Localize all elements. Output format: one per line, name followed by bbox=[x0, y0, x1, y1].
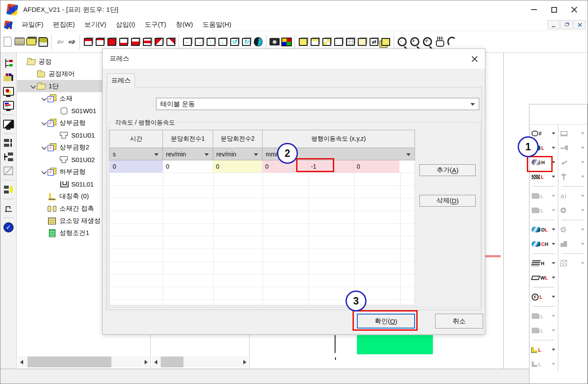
chevron-down-icon[interactable] bbox=[29, 84, 37, 88]
tool-disabled-l3-button[interactable]: L bbox=[529, 309, 558, 323]
tool-gear-button[interactable] bbox=[558, 222, 587, 237]
mesh-quad-icon[interactable] bbox=[321, 35, 332, 49]
rotate-view-icon[interactable] bbox=[446, 35, 458, 49]
extract-left-icon[interactable] bbox=[2, 151, 14, 163]
tool-lshape-yellow-button[interactable]: L bbox=[529, 342, 558, 357]
tool-disabled-l4-button[interactable]: L bbox=[529, 323, 558, 338]
tool-wl-button[interactable]: WL bbox=[529, 270, 558, 285]
cube-red-mid-icon[interactable] bbox=[141, 35, 153, 49]
dropdown-arrow-icon[interactable] bbox=[581, 132, 585, 135]
list-report-icon[interactable] bbox=[2, 183, 14, 196]
dropdown-arrow-icon[interactable] bbox=[552, 228, 555, 231]
menu-insert[interactable]: 삽입(I) bbox=[112, 19, 139, 30]
dropdown-arrow-icon[interactable] bbox=[581, 209, 585, 211]
mesh-swap-icon[interactable]: ⇄ bbox=[368, 35, 380, 49]
dropdown-arrow-icon[interactable] bbox=[581, 228, 585, 231]
head-view-icon[interactable] bbox=[252, 35, 264, 49]
add-button[interactable]: 추가(A) bbox=[419, 164, 476, 176]
menu-edit[interactable]: 편집(E) bbox=[49, 19, 79, 30]
mesh-wire-icon[interactable] bbox=[332, 35, 344, 49]
dropdown-arrow-icon[interactable] bbox=[581, 195, 585, 197]
model-tree-icon[interactable] bbox=[2, 57, 14, 69]
tool-dl-button[interactable]: DL bbox=[529, 222, 558, 237]
tool-fl-button[interactable]: L bbox=[529, 290, 558, 304]
menu-window[interactable]: 창(W) bbox=[172, 19, 197, 30]
cube-red-corner-icon[interactable] bbox=[165, 35, 176, 49]
cube-red-front-icon[interactable] bbox=[129, 35, 141, 49]
tool-corner-button[interactable] bbox=[558, 237, 587, 251]
menu-view[interactable]: 보기(V) bbox=[80, 19, 110, 30]
measure-flag-icon[interactable] bbox=[2, 202, 14, 214]
color-grid-icon[interactable] bbox=[280, 35, 292, 49]
close-button[interactable] bbox=[564, 2, 584, 17]
minimize-button[interactable] bbox=[524, 2, 544, 17]
mesh-top-icon[interactable] bbox=[309, 35, 321, 49]
import-folder-icon[interactable] bbox=[25, 35, 37, 49]
tool-pen-button[interactable] bbox=[558, 155, 587, 170]
dropdown-arrow-icon[interactable] bbox=[581, 176, 585, 178]
tool-bench-button[interactable] bbox=[558, 141, 587, 155]
panel-horizontal-scrollbar[interactable] bbox=[152, 356, 248, 367]
graph-monitor-icon[interactable] bbox=[2, 99, 14, 111]
tool-ai-button[interactable] bbox=[558, 189, 587, 203]
dropdown-arrow-icon[interactable] bbox=[552, 329, 555, 332]
dropdown-arrow-icon[interactable] bbox=[581, 147, 585, 149]
mesh-copy-icon[interactable] bbox=[380, 35, 391, 49]
dropdown-arrow-icon[interactable] bbox=[581, 262, 585, 264]
scroll-left-arrow-icon[interactable] bbox=[18, 356, 25, 367]
tool-pin-button[interactable] bbox=[558, 170, 587, 184]
chevron-down-icon[interactable] bbox=[40, 145, 48, 149]
rotate-cw-icon[interactable]: ↻ bbox=[240, 35, 252, 49]
dropdown-arrow-icon[interactable] bbox=[552, 132, 555, 135]
dropdown-arrow-icon[interactable] bbox=[552, 262, 555, 264]
mesh-fine-icon[interactable] bbox=[356, 35, 368, 49]
tool-press-frame-button[interactable] bbox=[558, 126, 587, 141]
dropdown-arrow-icon[interactable] bbox=[552, 147, 555, 149]
tool-disabled-l2-button[interactable]: L bbox=[529, 203, 558, 218]
cube-red-top-icon[interactable] bbox=[82, 35, 94, 49]
cube-red-diag-icon[interactable] bbox=[153, 35, 165, 49]
menu-help[interactable]: 도움말(H) bbox=[199, 19, 235, 30]
dropdown-arrow-icon[interactable] bbox=[552, 349, 555, 351]
unit-rpm2-select[interactable]: rev/min bbox=[213, 148, 263, 160]
new-file-icon[interactable] bbox=[2, 35, 14, 49]
tree-horizontal-scrollbar[interactable] bbox=[18, 356, 149, 367]
tool-ring-button[interactable] bbox=[558, 203, 587, 218]
cell-rpm1[interactable]: 0 bbox=[163, 160, 213, 173]
chevron-down-icon[interactable] bbox=[40, 97, 48, 100]
unit-rpm1-select[interactable]: rev/min bbox=[163, 148, 213, 160]
dropdown-arrow-icon[interactable] bbox=[552, 315, 555, 317]
menu-tools[interactable]: 도구(T) bbox=[141, 19, 170, 30]
scroll-left-arrow-icon[interactable] bbox=[152, 356, 159, 367]
zoom-extents-icon[interactable]: ✛ bbox=[422, 35, 433, 49]
view-bottom-icon[interactable]: ↓ bbox=[217, 35, 228, 49]
cell-velocity-z[interactable]: 0 bbox=[353, 160, 399, 173]
view-right-icon[interactable]: → bbox=[193, 35, 205, 49]
reorder-updown-icon[interactable] bbox=[2, 137, 14, 149]
dropdown-arrow-icon[interactable] bbox=[581, 243, 585, 245]
cube-red-bottom-icon[interactable] bbox=[118, 35, 129, 49]
scroll-right-arrow-icon[interactable] bbox=[142, 356, 149, 367]
maximize-button[interactable] bbox=[544, 2, 564, 17]
contrast-monitor-icon[interactable] bbox=[2, 118, 14, 130]
mesh-solid-icon[interactable] bbox=[297, 35, 309, 49]
pan-hand-icon[interactable] bbox=[434, 35, 446, 49]
tool-disabled-l1-button[interactable]: L bbox=[529, 189, 558, 203]
save-icon[interactable] bbox=[37, 35, 49, 49]
delete-button[interactable]: 삭제(D) bbox=[419, 195, 476, 207]
mdi-restore-button[interactable] bbox=[560, 20, 573, 29]
tool-ch-button[interactable]: HC bbox=[529, 237, 558, 251]
dialog-close-button[interactable] bbox=[470, 55, 479, 63]
menu-file[interactable]: 파일(F) bbox=[18, 19, 47, 30]
scrollbar-thumb[interactable] bbox=[161, 356, 183, 367]
cube-red-back-icon[interactable] bbox=[94, 35, 106, 49]
result-monitor-icon[interactable] bbox=[2, 85, 14, 97]
rotate-ccw-icon[interactable]: ↺ bbox=[228, 35, 240, 49]
tool-layers-h-button[interactable]: H bbox=[529, 256, 558, 270]
zoom-window-icon[interactable]: ▫ bbox=[396, 35, 408, 49]
process-files-icon[interactable] bbox=[2, 71, 14, 83]
view-left-icon[interactable]: ← bbox=[181, 35, 193, 49]
dropdown-arrow-icon[interactable] bbox=[581, 161, 585, 163]
dropdown-arrow-icon[interactable] bbox=[552, 243, 555, 245]
zoom-in-icon[interactable]: + bbox=[409, 35, 421, 49]
